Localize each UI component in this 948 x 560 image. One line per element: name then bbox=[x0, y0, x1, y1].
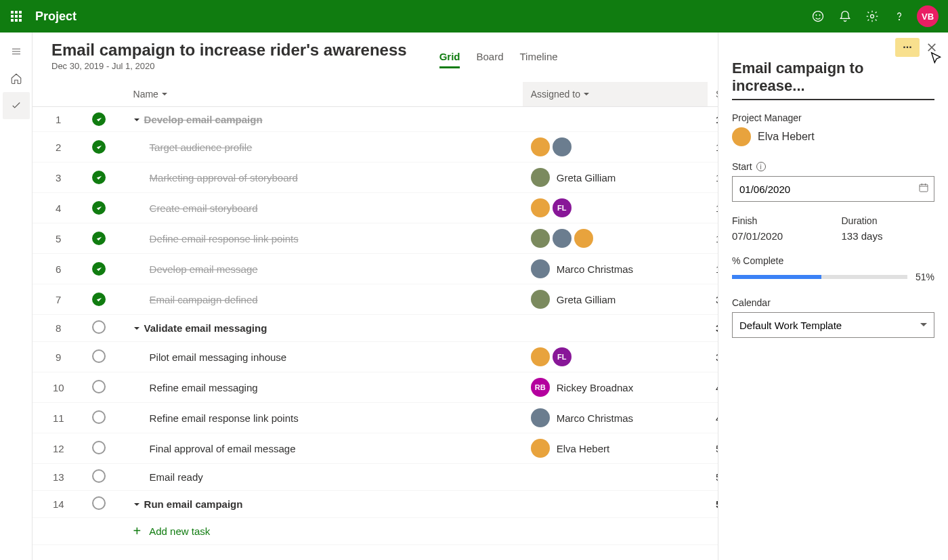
tab-grid[interactable]: Grid bbox=[439, 51, 460, 68]
assigned-cell[interactable]: Greta Gilliam bbox=[531, 168, 699, 187]
assigned-cell[interactable]: FL bbox=[531, 198, 699, 217]
page-subtitle: Dec 30, 2019 - Jul 1, 2020 bbox=[51, 61, 407, 71]
app-launcher-icon[interactable] bbox=[5, 5, 27, 27]
task-name[interactable]: Define email response link points bbox=[150, 233, 299, 244]
tab-timeline[interactable]: Timeline bbox=[520, 51, 558, 68]
complete-toggle[interactable] bbox=[92, 469, 106, 483]
notifications-icon[interactable] bbox=[832, 3, 859, 30]
svg-rect-8 bbox=[19, 19, 22, 22]
svg-rect-3 bbox=[11, 15, 14, 18]
avatar-icon bbox=[531, 168, 550, 187]
row-number: 13 bbox=[33, 464, 84, 491]
start-date-input[interactable] bbox=[732, 176, 934, 202]
row-number: 7 bbox=[33, 284, 84, 315]
row-number: 6 bbox=[33, 254, 84, 284]
finish-value: 07/01/2020 bbox=[732, 230, 825, 242]
calendar-icon[interactable] bbox=[918, 182, 929, 196]
task-name[interactable]: Create email storyboard bbox=[150, 202, 258, 214]
view-tabs: GridBoardTimeline bbox=[439, 51, 558, 71]
assigned-name: Elva Hebert bbox=[557, 443, 609, 454]
complete-toggle[interactable] bbox=[92, 171, 106, 184]
row-number: 8 bbox=[33, 315, 84, 342]
complete-toggle[interactable] bbox=[92, 112, 106, 126]
svg-rect-1 bbox=[15, 11, 18, 14]
row-number: 4 bbox=[33, 193, 84, 223]
task-name[interactable]: Run email campaign bbox=[144, 498, 243, 510]
pm-value[interactable]: Elva Hebert bbox=[732, 127, 934, 146]
task-name[interactable]: Email campaign defined bbox=[150, 294, 258, 305]
svg-rect-2 bbox=[19, 11, 22, 14]
svg-point-10 bbox=[816, 15, 817, 16]
task-name[interactable]: Final approval of email message bbox=[150, 443, 296, 454]
row-number: 10 bbox=[33, 372, 84, 403]
task-name[interactable]: Develop email campaign bbox=[144, 114, 263, 125]
panel-title[interactable]: Email campaign to increase... bbox=[732, 60, 934, 100]
row-number: 1 bbox=[33, 107, 84, 132]
complete-toggle[interactable] bbox=[92, 349, 106, 363]
expand-caret-icon[interactable] bbox=[133, 498, 140, 510]
svg-rect-14 bbox=[920, 184, 928, 192]
tab-board[interactable]: Board bbox=[476, 51, 503, 68]
complete-toggle[interactable] bbox=[92, 496, 106, 510]
svg-rect-0 bbox=[11, 11, 14, 14]
assigned-cell[interactable] bbox=[531, 229, 699, 248]
column-header-assigned[interactable]: Assigned to bbox=[531, 89, 590, 100]
task-name[interactable]: Refine email messaging bbox=[150, 382, 258, 393]
complete-toggle[interactable] bbox=[92, 441, 106, 454]
cursor-icon bbox=[929, 51, 944, 69]
expand-caret-icon[interactable] bbox=[133, 322, 140, 334]
task-name[interactable]: Target audience profile bbox=[150, 142, 253, 153]
assigned-cell[interactable] bbox=[531, 137, 699, 156]
assigned-cell[interactable]: Elva Hebert bbox=[531, 439, 699, 458]
assigned-cell[interactable]: FL bbox=[531, 347, 699, 366]
task-name[interactable]: Marketing approval of storyboard bbox=[150, 172, 298, 184]
task-name[interactable]: Refine email response link points bbox=[150, 412, 299, 424]
assigned-name: Greta Gilliam bbox=[557, 172, 616, 184]
progress-bar[interactable] bbox=[732, 275, 907, 279]
feedback-icon[interactable] bbox=[804, 3, 832, 30]
svg-rect-7 bbox=[15, 19, 18, 22]
user-avatar[interactable]: VB bbox=[917, 5, 939, 27]
row-number: 11 bbox=[33, 403, 84, 433]
hamburger-icon[interactable] bbox=[3, 38, 30, 65]
assigned-cell[interactable]: Marco Christmas bbox=[531, 408, 699, 427]
complete-toggle[interactable] bbox=[92, 320, 106, 334]
avatar-icon bbox=[531, 137, 550, 156]
duration-value: 133 days bbox=[842, 230, 935, 242]
calendar-label: Calendar bbox=[732, 297, 934, 308]
duration-label: Duration bbox=[842, 215, 935, 226]
avatar-icon: FL bbox=[553, 198, 572, 217]
checklist-icon[interactable] bbox=[3, 92, 30, 119]
avatar-icon bbox=[531, 347, 550, 366]
settings-icon[interactable] bbox=[859, 3, 886, 30]
complete-toggle[interactable] bbox=[92, 410, 106, 424]
assigned-name: Marco Christmas bbox=[557, 263, 633, 275]
complete-toggle[interactable] bbox=[92, 140, 106, 154]
help-icon[interactable] bbox=[886, 3, 913, 30]
app-name[interactable]: Project bbox=[35, 9, 77, 24]
info-icon[interactable]: i bbox=[756, 162, 766, 171]
column-header-name[interactable]: Name bbox=[133, 89, 168, 100]
assigned-cell[interactable]: Greta Gilliam bbox=[531, 290, 699, 309]
complete-toggle[interactable] bbox=[92, 380, 106, 393]
complete-toggle[interactable] bbox=[92, 232, 106, 245]
avatar-icon bbox=[531, 408, 550, 427]
add-task-label: Add new task bbox=[149, 525, 210, 537]
home-icon[interactable] bbox=[3, 65, 30, 92]
pm-label: Project Manager bbox=[732, 112, 934, 123]
complete-toggle[interactable] bbox=[92, 293, 106, 306]
panel-more-button[interactable]: ··· bbox=[895, 38, 920, 57]
calendar-select[interactable] bbox=[732, 312, 934, 338]
task-name[interactable]: Email ready bbox=[150, 471, 203, 483]
task-name[interactable]: Pilot email messaging inhouse bbox=[150, 351, 287, 363]
task-name[interactable]: Validate email messaging bbox=[144, 322, 267, 334]
assigned-cell[interactable]: Marco Christmas bbox=[531, 259, 699, 278]
expand-caret-icon[interactable] bbox=[133, 114, 140, 125]
assigned-cell[interactable]: RBRickey Broadnax bbox=[531, 378, 699, 397]
avatar-icon bbox=[574, 229, 593, 248]
complete-toggle[interactable] bbox=[92, 262, 106, 276]
avatar-icon: FL bbox=[553, 347, 572, 366]
complete-toggle[interactable] bbox=[92, 201, 106, 215]
avatar-icon bbox=[553, 229, 572, 248]
task-name[interactable]: Develop email message bbox=[150, 263, 258, 275]
